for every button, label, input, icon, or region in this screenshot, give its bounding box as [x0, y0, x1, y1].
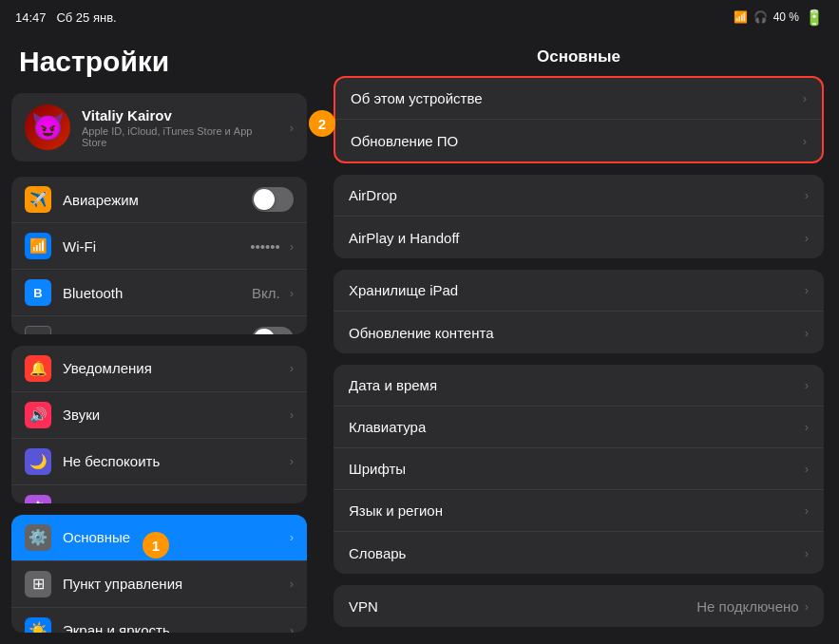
sidebar-item-wifi[interactable]: 📶 Wi-Fi •••••• › [11, 223, 307, 270]
update-chevron: › [803, 134, 807, 148]
airplane-label: Авиарежим [63, 192, 252, 208]
sidebar-item-vpn[interactable]: VPN VPN [11, 316, 307, 334]
panel-item-vpn[interactable]: VPN Не подключено › [334, 585, 824, 627]
bluetooth-icon: B [25, 279, 51, 306]
panel-item-update[interactable]: Обновление ПО › [335, 120, 822, 161]
panel-group-about: Об этом устройстве › Обновление ПО › [334, 76, 824, 163]
sidebar-item-airplane[interactable]: ✈️ Авиарежим [11, 177, 307, 223]
sidebar-item-controlcenter[interactable]: ⊞ Пункт управления › [11, 561, 307, 608]
controlcenter-icon: ⊞ [25, 571, 51, 597]
panel-item-about[interactable]: Об этом устройстве › [335, 78, 822, 120]
sidebar-item-screentime[interactable]: ⏱ Экранное время › [11, 485, 307, 503]
vpn-toggle[interactable] [252, 327, 294, 334]
donotdisturb-icon: 🌙 [25, 448, 51, 475]
dictionary-label: Словарь [349, 545, 805, 561]
airplay-chevron: › [805, 231, 809, 245]
general-icon: ⚙️ [25, 524, 51, 551]
general-label: Основные [63, 529, 286, 545]
badge-1: 1 [143, 532, 169, 559]
vpn-icon: VPN [25, 326, 51, 334]
sounds-chevron: › [290, 407, 294, 422]
vpn-toggle-knob [254, 329, 275, 334]
user-profile[interactable]: 😈 Vitaliy Kairov Apple ID, iCloud, iTune… [11, 93, 307, 161]
sidebar-item-bluetooth[interactable]: B Bluetooth Вкл. › [11, 270, 307, 316]
wifi-icon: 📶 [25, 233, 51, 259]
notifications-icon: 🔔 [25, 355, 51, 382]
donotdisturb-chevron: › [290, 454, 294, 468]
airdrop-chevron: › [805, 188, 809, 202]
time: 14:47 [15, 10, 47, 25]
airplane-icon: ✈️ [25, 186, 51, 213]
panel-item-keyboard[interactable]: Клавиатура › [334, 407, 824, 448]
badge-2: 2 [309, 110, 335, 137]
user-name: Vitaliy Kairov [82, 107, 275, 123]
vpn-panel-label: VPN [349, 598, 696, 615]
airdrop-label: AirDrop [349, 187, 805, 203]
date: Сб 25 янв. [56, 10, 116, 25]
badge2-text: 2 [318, 116, 326, 132]
airplane-toggle[interactable] [252, 187, 294, 212]
user-sub: Apple ID, iCloud, iTunes Store и App Sto… [82, 125, 275, 148]
panel-content: Об этом устройстве › Обновление ПО › Air… [318, 76, 839, 644]
sidebar-item-sounds[interactable]: 🔊 Звуки › [11, 392, 307, 439]
sidebar-item-notifications[interactable]: 🔔 Уведомления › [11, 346, 307, 392]
panel-item-dictionary[interactable]: Словарь › [334, 532, 824, 574]
notifications-chevron: › [290, 361, 294, 375]
panel-title: Основные [318, 34, 839, 76]
panel-item-storage[interactable]: Хранилище iPad › [334, 270, 824, 312]
wifi-icon: 📶 [734, 10, 748, 24]
panel-item-airdrop[interactable]: AirDrop › [334, 175, 824, 217]
wifi-value: •••••• [250, 238, 280, 255]
badge1-text: 1 [152, 538, 160, 554]
app-frame: 14:47 Сб 25 янв. 📶 🎧 40 % 🔋 Настройки 😈 … [0, 0, 839, 644]
notifications-label: Уведомления [63, 360, 286, 376]
controlcenter-label: Пункт управления [63, 576, 286, 592]
sounds-label: Звуки [63, 407, 286, 423]
airplay-label: AirPlay и Handoff [349, 230, 805, 246]
contentupdate-label: Обновление контента [349, 325, 805, 341]
notifications-group: 🔔 Уведомления › 🔊 Звуки › 🌙 Не беспокоит… [11, 346, 307, 503]
panel-group-storage: Хранилище iPad › Обновление контента › [334, 270, 824, 353]
datetime-label: Дата и время [349, 377, 805, 393]
panel-item-datetime[interactable]: Дата и время › [334, 365, 824, 407]
display-label: Экран и яркость [63, 622, 286, 633]
keyboard-chevron: › [805, 420, 809, 434]
panel-item-airplay[interactable]: AirPlay и Handoff › [334, 217, 824, 258]
status-right: 📶 🎧 40 % 🔋 [734, 9, 824, 27]
controlcenter-chevron: › [290, 577, 294, 591]
vpn-panel-value: Не подключено [696, 598, 798, 615]
about-label: Об этом устройстве [351, 90, 803, 106]
language-chevron: › [805, 503, 809, 518]
panel-group-vpn: VPN Не подключено › [334, 585, 824, 627]
headphones-icon: 🎧 [753, 10, 768, 24]
panel-item-language[interactable]: Язык и регион › [334, 490, 824, 532]
user-info: Vitaliy Kairov Apple ID, iCloud, iTunes … [82, 107, 275, 148]
storage-chevron: › [805, 283, 809, 297]
display-icon: ☀️ [25, 617, 51, 633]
keyboard-label: Клавиатура [349, 419, 805, 435]
fonts-label: Шрифты [349, 461, 805, 477]
storage-label: Хранилище iPad [349, 282, 805, 298]
dictionary-chevron: › [805, 546, 809, 560]
toggle-knob [254, 189, 275, 210]
sounds-icon: 🔊 [25, 402, 51, 428]
fonts-chevron: › [805, 462, 809, 476]
vpn-label: VPN [63, 331, 252, 334]
avatar: 😈 [25, 104, 70, 150]
panel-item-fonts[interactable]: Шрифты › [334, 448, 824, 490]
right-panel: Основные Об этом устройстве › Обновление… [318, 34, 839, 644]
bluetooth-value: Вкл. [252, 285, 280, 301]
bluetooth-chevron: › [290, 286, 294, 300]
battery-icon: 🔋 [805, 9, 824, 27]
panel-group-datetime: Дата и время › Клавиатура › Шрифты › Язы… [334, 365, 824, 574]
panel-item-contentupdate[interactable]: Обновление контента › [334, 312, 824, 353]
sidebar-item-display[interactable]: ☀️ Экран и яркость › [11, 608, 307, 633]
panel-group-airdrop: AirDrop › AirPlay и Handoff › [334, 175, 824, 258]
sidebar-item-donotdisturb[interactable]: 🌙 Не беспокоить › [11, 439, 307, 485]
display-chevron: › [290, 623, 294, 633]
avatar-emoji: 😈 [31, 114, 65, 141]
wifi-chevron: › [290, 239, 294, 254]
profile-chevron: › [290, 121, 294, 135]
connectivity-group: ✈️ Авиарежим 📶 Wi-Fi •••••• › B Bluetoot… [11, 177, 307, 334]
screentime-label: Экранное время [63, 500, 286, 502]
